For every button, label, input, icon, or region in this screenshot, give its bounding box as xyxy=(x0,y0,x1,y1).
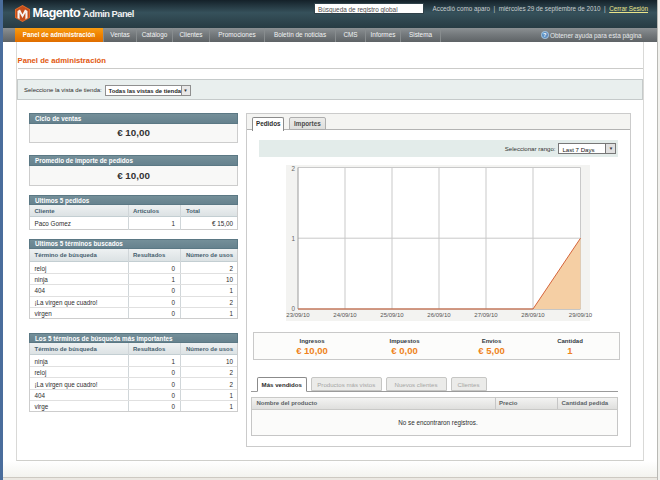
svg-text:28/09/10: 28/09/10 xyxy=(521,312,545,318)
svg-text:23/09/10: 23/09/10 xyxy=(286,312,310,318)
svg-text:27/09/10: 27/09/10 xyxy=(474,312,498,318)
svg-text:25/09/10: 25/09/10 xyxy=(380,312,404,318)
svg-text:2: 2 xyxy=(291,165,295,172)
svg-text:24/09/10: 24/09/10 xyxy=(333,312,357,318)
svg-text:0: 0 xyxy=(291,305,295,312)
svg-text:29/09/10: 29/09/10 xyxy=(569,312,593,318)
svg-text:1: 1 xyxy=(291,235,295,242)
svg-text:26/09/10: 26/09/10 xyxy=(427,312,451,318)
